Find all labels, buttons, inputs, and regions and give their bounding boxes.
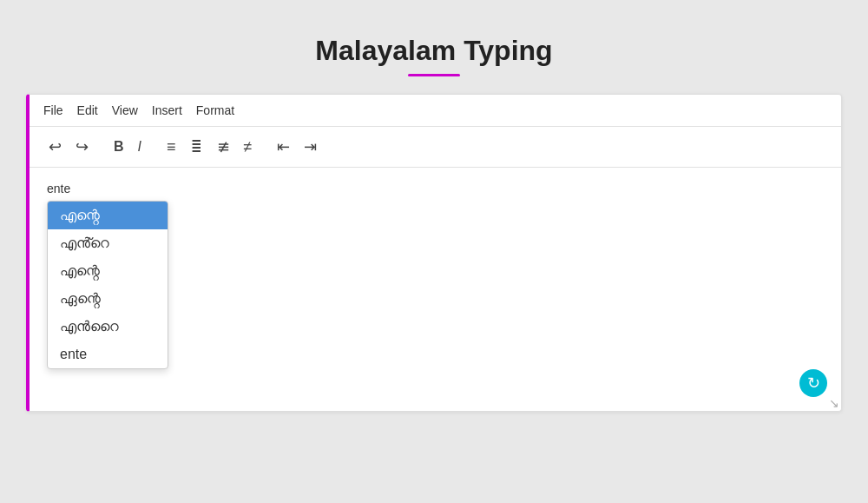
undo-button[interactable]: ↩ (43, 134, 67, 160)
suggestion-item-0[interactable]: എന്റെ (48, 202, 168, 229)
suggestion-item-5[interactable]: ente (48, 341, 168, 368)
indent-increase-button[interactable]: ⇥ (299, 134, 322, 160)
redo-button[interactable]: ↪ (70, 134, 94, 160)
align-left-button[interactable]: ≡ (161, 135, 181, 160)
align-center-button[interactable]: ≣ (185, 134, 208, 160)
suggestion-dropdown: എന്റെ എൻ്റെ എന്റെ ഏന്റെ എന്‍റൈ ente (47, 201, 168, 369)
italic-button[interactable]: I (133, 136, 147, 158)
menu-edit[interactable]: Edit (77, 103, 98, 117)
align-justify-icon: ≠ (244, 138, 253, 156)
suggestion-item-3[interactable]: ഏന്റെ (48, 285, 168, 313)
indent-decrease-icon: ⇤ (277, 137, 290, 156)
toolbar: ↩ ↪ B I ≡ ≣ ≢ ≠ ⇤ ⇥ (30, 127, 841, 168)
separator-1 (101, 138, 102, 156)
editor-container: File Edit View Insert Format ↩ ↪ B I ≡ ≣… (26, 94, 842, 412)
italic-icon: I (138, 139, 141, 155)
refresh-button[interactable]: ↻ (799, 369, 827, 397)
title-underline (408, 74, 460, 76)
resize-handle[interactable]: ↘ (829, 397, 839, 409)
bold-button[interactable]: B (108, 136, 129, 158)
redo-icon: ↪ (76, 137, 89, 156)
align-right-icon: ≢ (217, 137, 230, 156)
separator-3 (264, 138, 265, 156)
page-title: Malayalam Typing (315, 35, 552, 67)
align-justify-button[interactable]: ≠ (239, 135, 258, 160)
align-right-button[interactable]: ≢ (212, 134, 235, 160)
refresh-icon: ↻ (807, 374, 820, 393)
indent-decrease-button[interactable]: ⇤ (272, 134, 295, 160)
suggestion-item-4[interactable]: എന്‍റൈ (48, 313, 168, 341)
undo-icon: ↩ (49, 137, 62, 156)
menu-format[interactable]: Format (196, 103, 234, 117)
menu-bar: File Edit View Insert Format (30, 95, 841, 127)
bold-icon: B (114, 139, 124, 155)
align-center-icon: ≣ (191, 137, 202, 156)
editor-body[interactable]: ente എന്റെ എൻ്റെ എന്റെ ഏന്റെ എന്‍റൈ ente… (30, 168, 841, 411)
suggestion-item-2[interactable]: എന്റെ (48, 257, 168, 285)
indent-increase-icon: ⇥ (304, 137, 317, 156)
typed-text: ente (47, 182, 824, 195)
menu-insert[interactable]: Insert (152, 103, 182, 117)
align-left-icon: ≡ (167, 138, 176, 156)
menu-view[interactable]: View (112, 103, 138, 117)
separator-2 (154, 138, 155, 156)
menu-file[interactable]: File (43, 103, 63, 117)
suggestion-item-1[interactable]: എൻ്റെ (48, 229, 168, 257)
